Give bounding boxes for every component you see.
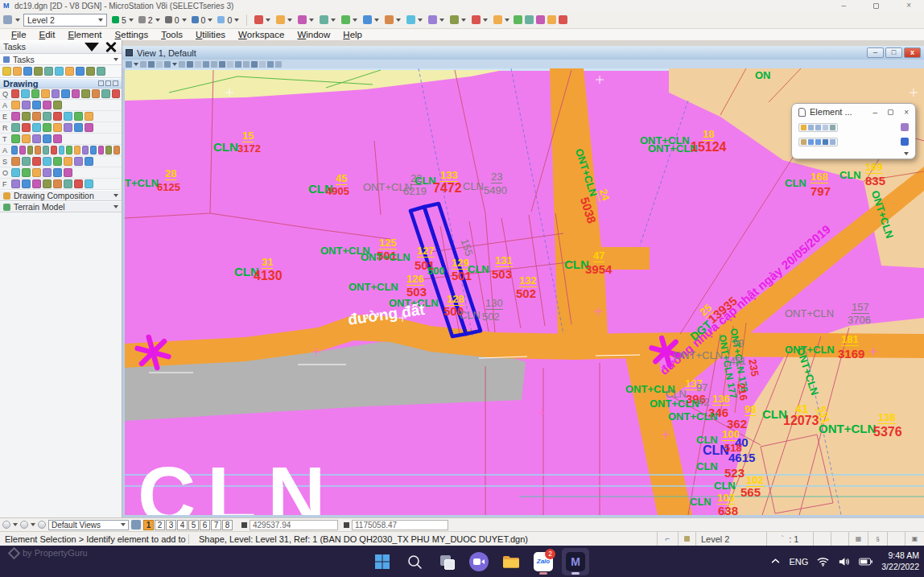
drawing-tool-icon[interactable]: [53, 134, 62, 143]
drawing-tool-icon[interactable]: [32, 112, 41, 121]
view-number-4[interactable]: 4: [177, 520, 188, 530]
status-fence-icon[interactable]: §: [868, 532, 887, 546]
layout-toggle-icons[interactable]: [98, 80, 118, 86]
drawing-tool-icon[interactable]: [64, 157, 72, 166]
drawing-tool-icon[interactable]: [74, 157, 83, 166]
drawing-tool-icon[interactable]: [85, 123, 93, 132]
view-tool-icon[interactable]: [219, 61, 225, 68]
drawing-tool-icon[interactable]: [81, 89, 89, 98]
drawing-tool-icon[interactable]: [74, 112, 83, 121]
task-shortcut-icon[interactable]: [97, 67, 105, 76]
cube-icon[interactable]: [901, 138, 909, 146]
task-shortcut-icon[interactable]: [55, 67, 64, 76]
chat-button[interactable]: [465, 548, 493, 575]
toolbar-icon[interactable]: [525, 15, 534, 24]
view-tool-icon[interactable]: [187, 61, 193, 68]
view-next-icon[interactable]: [20, 521, 28, 529]
view-tool-icon[interactable]: [243, 61, 250, 68]
drawing-tool-icon[interactable]: [22, 112, 31, 121]
view-tool-icon[interactable]: [227, 61, 233, 68]
toolbar-icon-dropdown[interactable]: [470, 14, 489, 25]
zalo-button[interactable]: Zalo 2: [530, 548, 557, 575]
drawing-tool-icon[interactable]: [43, 112, 52, 121]
language-indicator[interactable]: ENG: [789, 557, 808, 567]
drawing-tool-icon[interactable]: [21, 89, 29, 98]
wifi-icon[interactable]: [817, 557, 829, 567]
tray-expand-icon[interactable]: [771, 558, 780, 564]
element-selection-dialog[interactable]: Element ... – ×: [791, 103, 916, 159]
drawing-tool-icon[interactable]: [32, 134, 41, 143]
drawing-tool-icon[interactable]: [11, 101, 20, 109]
view-toggle-grid-icon[interactable]: [131, 520, 141, 530]
drawing-tool-icon[interactable]: [53, 123, 62, 132]
view-history-icon[interactable]: [38, 521, 46, 529]
drawing-tool-icon[interactable]: [90, 146, 97, 155]
attribute-combo-4[interactable]: 0: [216, 14, 241, 26]
view-tool-icon[interactable]: [251, 61, 258, 68]
minimize-button[interactable]: –: [842, 2, 847, 10]
drawing-tool-icon[interactable]: [35, 146, 41, 155]
menu-item-edit[interactable]: Edit: [33, 30, 62, 39]
drawing-tool-icon[interactable]: [22, 168, 31, 177]
drawing-tool-icon[interactable]: [61, 89, 69, 98]
view-close-button[interactable]: x: [904, 47, 921, 58]
view-tool-icon[interactable]: [148, 61, 155, 68]
task-shortcut-icon[interactable]: [13, 67, 22, 76]
mode-icon[interactable]: [901, 123, 909, 131]
task-view-button[interactable]: [433, 548, 460, 575]
view-number-1[interactable]: 1: [143, 520, 154, 530]
drawing-tool-icon[interactable]: [11, 112, 20, 121]
drawing-tool-icon[interactable]: [53, 168, 62, 177]
toolbar-icon-dropdown[interactable]: [361, 14, 381, 25]
dock-arrow-icon[interactable]: [85, 43, 99, 52]
snap-icon[interactable]: ⌐: [657, 532, 678, 546]
drawing-section-header[interactable]: Drawing: [0, 78, 122, 89]
menu-item-workspace[interactable]: Workspace: [232, 30, 291, 39]
dialog-restore-button[interactable]: [888, 109, 893, 115]
chevron-down-icon[interactable]: [13, 523, 18, 526]
view-number-8[interactable]: 8: [222, 520, 233, 530]
start-button[interactable]: [369, 548, 396, 575]
active-level-combo[interactable]: Level 2: [23, 14, 107, 27]
task-shortcut-icon[interactable]: [34, 67, 43, 76]
view-tool-icon[interactable]: [156, 61, 163, 68]
view-number-7[interactable]: 7: [211, 520, 221, 530]
drawing-tool-icon[interactable]: [43, 157, 52, 166]
view-tool-icon[interactable]: [140, 61, 146, 68]
toolbar-icon-dropdown[interactable]: [383, 14, 402, 25]
y-coordinate-field[interactable]: 1175058.47: [352, 520, 448, 530]
restore-button[interactable]: [873, 3, 879, 9]
view-number-5[interactable]: 5: [188, 520, 199, 530]
toolbar-icon-dropdown[interactable]: [405, 14, 424, 25]
drawing-tool-icon[interactable]: [11, 134, 20, 143]
drawing-tool-icon[interactable]: [112, 89, 120, 98]
drawing-tool-icon[interactable]: [53, 179, 62, 188]
menu-item-window[interactable]: Window: [291, 30, 336, 39]
view-tool-icon[interactable]: [195, 61, 201, 68]
drawing-tool-icon[interactable]: [11, 89, 19, 98]
view-group-combo[interactable]: Default Views: [48, 520, 129, 530]
close-button[interactable]: ×: [906, 2, 911, 10]
dialog-close-button[interactable]: ×: [904, 108, 909, 117]
lock-icon[interactable]: [678, 532, 695, 546]
battery-icon[interactable]: [859, 558, 872, 566]
drawing-tool-icon[interactable]: [85, 179, 93, 188]
drawing-tool-icon[interactable]: [74, 123, 83, 132]
toolbar-icon[interactable]: [514, 15, 522, 24]
toolbar-icon-dropdown[interactable]: [492, 14, 511, 25]
menu-item-element[interactable]: Element: [61, 30, 108, 39]
drawing-tool-icon[interactable]: [43, 101, 52, 109]
task-shortcut-icon[interactable]: [44, 67, 53, 76]
view-number-2[interactable]: 2: [155, 520, 165, 530]
drawing-tool-icon[interactable]: [43, 146, 49, 155]
drawing-tool-icon[interactable]: [64, 179, 72, 188]
selection-mode-group[interactable]: [798, 123, 838, 132]
menu-item-settings[interactable]: Settings: [109, 30, 155, 39]
menu-item-utilities[interactable]: Utilities: [189, 30, 232, 39]
drawing-tool-icon[interactable]: [113, 146, 120, 155]
search-button[interactable]: [401, 548, 428, 575]
view-tool-icon[interactable]: [267, 61, 274, 68]
chevron-down-icon[interactable]: [15, 19, 20, 22]
task-shortcut-icon[interactable]: [23, 67, 32, 76]
file-explorer-button[interactable]: [497, 548, 525, 575]
